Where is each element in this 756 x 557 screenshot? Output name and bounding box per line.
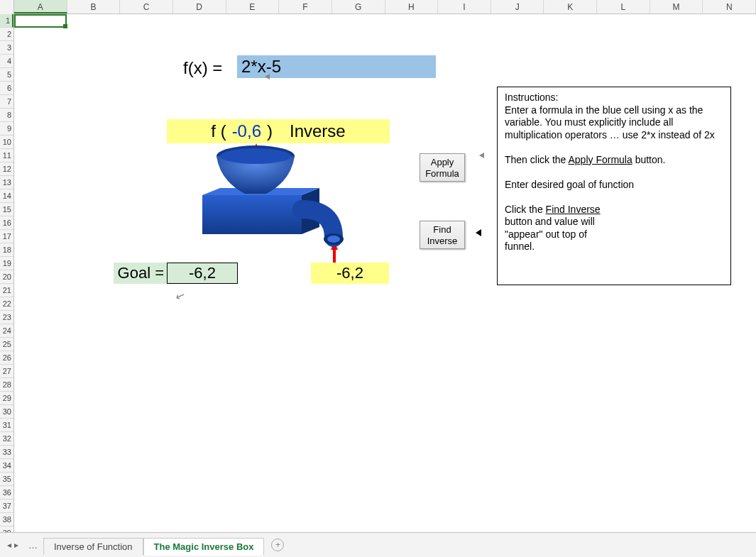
row-10[interactable]: 10: [0, 136, 13, 149]
column-headers: A B C D E F G H I J K L M N: [0, 0, 756, 14]
row-headers: 1234567891011121314151617181920212223242…: [0, 14, 14, 532]
instr-line: Enter a formula in the blue cell using x…: [505, 104, 723, 142]
tab-next-icon[interactable]: ▸: [14, 540, 18, 550]
instructions-box: Instructions: Enter a formula in the blu…: [497, 87, 731, 285]
row-31[interactable]: 31: [0, 419, 13, 432]
instr-line: Click the Find Inverse button and value …: [505, 204, 618, 253]
col-N[interactable]: N: [703, 0, 756, 13]
row-12[interactable]: 12: [0, 162, 13, 176]
function-machine-icon: [195, 138, 351, 252]
fill-handle[interactable]: [63, 24, 67, 28]
row-33[interactable]: 33: [0, 446, 13, 459]
row-2[interactable]: 2: [0, 28, 13, 41]
row-26[interactable]: 26: [0, 351, 13, 365]
col-B[interactable]: B: [67, 0, 121, 13]
instr-line: Enter desired goal of function: [505, 179, 723, 192]
row-30[interactable]: 30: [0, 405, 13, 419]
row-5[interactable]: 5: [0, 68, 13, 82]
col-A[interactable]: A: [14, 0, 67, 13]
col-G[interactable]: G: [332, 0, 385, 13]
arrow-left-icon: [265, 74, 270, 79]
sheet-tab-magic-inverse-box[interactable]: The Magic Inverse Box: [143, 538, 265, 556]
row-35[interactable]: 35: [0, 473, 13, 486]
col-K[interactable]: K: [544, 0, 597, 13]
row-20[interactable]: 20: [0, 270, 13, 284]
col-D[interactable]: D: [173, 0, 226, 13]
row-23[interactable]: 23: [0, 311, 13, 324]
row-34[interactable]: 34: [0, 459, 13, 473]
row-13[interactable]: 13: [0, 176, 13, 189]
goal-input[interactable]: -6,2: [167, 263, 238, 284]
instr-line: Instructions:: [505, 92, 723, 104]
row-28[interactable]: 28: [0, 378, 13, 392]
row-14[interactable]: 14: [0, 189, 13, 203]
col-H[interactable]: H: [385, 0, 439, 13]
fx-label: f(x) =: [183, 58, 222, 78]
select-all-box[interactable]: [0, 0, 14, 14]
row-9[interactable]: 9: [0, 122, 13, 136]
arrow-hook-icon: ↗: [174, 288, 187, 304]
col-E[interactable]: E: [226, 0, 280, 13]
row-11[interactable]: 11: [0, 149, 13, 162]
row-8[interactable]: 8: [0, 109, 13, 122]
row-22[interactable]: 22: [0, 297, 13, 311]
row-37[interactable]: 37: [0, 500, 13, 513]
row-38[interactable]: 38: [0, 513, 13, 526]
row-29[interactable]: 29: [0, 392, 13, 405]
row-3[interactable]: 3: [0, 41, 13, 55]
row-21[interactable]: 21: [0, 284, 13, 297]
row-19[interactable]: 19: [0, 257, 13, 270]
row-4[interactable]: 4: [0, 55, 13, 68]
worksheet-canvas[interactable]: f(x) = 2*x-5 f ( -0,6 ) Inverse: [14, 14, 756, 532]
tab-overflow-icon[interactable]: …: [23, 540, 43, 551]
row-7[interactable]: 7: [0, 95, 13, 109]
svg-rect-0: [202, 195, 302, 234]
triangle-left-icon: [476, 229, 481, 236]
tab-prev-icon[interactable]: ◂: [7, 540, 11, 550]
find-line2: Inverse: [427, 236, 458, 246]
find-line1: Find: [433, 224, 451, 235]
row-6[interactable]: 6: [0, 82, 13, 95]
arrow-left-icon: [479, 153, 484, 158]
col-F[interactable]: F: [279, 0, 332, 13]
selected-cell[interactable]: [14, 14, 67, 28]
sheet-tab-inverse-of-function[interactable]: Inverse of Function: [43, 538, 143, 555]
tab-nav[interactable]: ◂ ▸: [3, 540, 23, 550]
row-1[interactable]: 1: [0, 14, 13, 28]
apply-line1: Apply: [431, 157, 454, 167]
row-24[interactable]: 24: [0, 324, 13, 338]
col-J[interactable]: J: [491, 0, 544, 13]
row-32[interactable]: 32: [0, 432, 13, 446]
col-L[interactable]: L: [597, 0, 650, 13]
new-sheet-button[interactable]: +: [271, 539, 284, 551]
goal-label: Goal =: [114, 263, 167, 284]
col-I[interactable]: I: [438, 0, 491, 13]
apply-formula-button[interactable]: Apply Formula: [420, 153, 465, 182]
row-18[interactable]: 18: [0, 243, 13, 257]
sheet-tab-bar: ◂ ▸ … Inverse of Function The Magic Inve…: [0, 532, 756, 557]
row-27[interactable]: 27: [0, 365, 13, 378]
output-value: -6,2: [311, 263, 389, 284]
instr-line: Then click the Apply Formula button.: [505, 154, 723, 167]
row-16[interactable]: 16: [0, 216, 13, 230]
row-36[interactable]: 36: [0, 486, 13, 500]
col-C[interactable]: C: [120, 0, 173, 13]
apply-line2: Formula: [425, 168, 459, 179]
row-25[interactable]: 25: [0, 338, 13, 351]
col-M[interactable]: M: [650, 0, 703, 13]
row-15[interactable]: 15: [0, 203, 13, 216]
svg-point-6: [327, 236, 340, 243]
row-17[interactable]: 17: [0, 230, 13, 243]
svg-point-4: [220, 148, 291, 164]
find-inverse-button[interactable]: Find Inverse: [420, 221, 465, 249]
